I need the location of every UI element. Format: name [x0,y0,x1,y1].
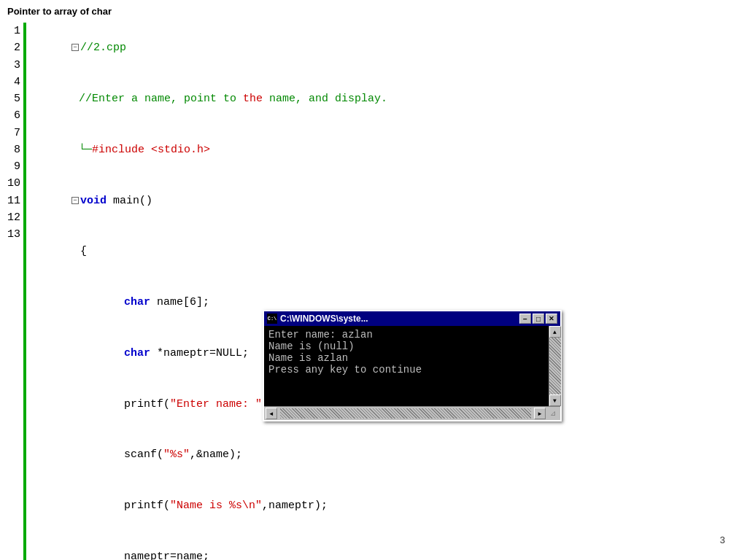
scroll-down-button[interactable]: ▼ [549,394,561,406]
line-num-8: 8 [7,141,22,158]
line-num-4: 4 [7,74,22,90]
page-title: Pointer to array of char [0,0,747,20]
line-num-2: 2 [7,39,22,56]
line-num-12: 12 [7,209,22,226]
collapse-icon-4[interactable]: − [71,197,79,204]
line-num-5: 5 [7,90,22,107]
cmd-maximize-button[interactable]: □ [533,314,544,324]
scroll-track-horizontal[interactable] [280,408,531,419]
cmd-icon-label: C:\ [268,316,277,322]
line-num-13: 13 [7,226,22,243]
cmd-output-line-2: Name is (null) [268,341,544,352]
resize-grip: ⊿ [547,408,559,419]
line-num-9: 9 [7,158,22,175]
scroll-up-button[interactable]: ▲ [549,326,561,338]
scroll-right-button[interactable]: ► [534,408,546,419]
code-line-11: nameptr=name; [32,532,387,561]
cmd-output: Enter name: azlan Name is (null) Name is… [264,326,549,406]
scroll-track-vertical[interactable] [549,338,561,394]
code-line-9: scanf("%s",&name); [32,429,387,481]
code-line-4: −void main() [32,175,387,226]
code-line-3: └─#include <stdio.h> [32,125,387,176]
code-line-2: //Enter a name, point to the name, and d… [32,74,387,125]
code-line-1: −//2.cpp [32,23,387,74]
scroll-left-button[interactable]: ◄ [266,408,277,419]
line-num-11: 11 [7,192,22,209]
line-num-10: 10 [7,175,22,192]
cmd-close-button[interactable]: ✕ [546,314,557,324]
cmd-output-line-3: Name is azlan [268,352,544,364]
cmd-titlebar: C:\ C:\WINDOWS\syste... − □ ✕ [264,311,560,326]
code-lines: −//2.cpp //Enter a name, point to the na… [25,23,387,560]
cmd-minimize-button[interactable]: − [519,314,531,324]
cmd-titlebar-left: C:\ C:\WINDOWS\syste... [267,314,368,324]
line-num-1: 1 [7,23,22,39]
cmd-vertical-scrollbar: ▲ ▼ [549,326,560,406]
line-num-3: 3 [7,57,22,74]
collapse-icon-1[interactable]: − [71,44,79,51]
cmd-output-line-4: Press any key to continue [268,364,544,376]
cmd-window: C:\ C:\WINDOWS\syste... − □ ✕ Enter name… [263,310,562,421]
cmd-output-line-1: Enter name: azlan [268,329,544,341]
cmd-app-icon: C:\ [267,314,277,324]
cmd-title-text: C:\WINDOWS\syste... [280,314,368,324]
code-line-10: printf("Name is %s\n",nameptr); [32,481,387,532]
cmd-window-buttons: − □ ✕ [519,314,557,324]
cmd-statusbar: ◄ ► ⊿ [264,406,560,420]
line-numbers: 1 2 3 4 5 6 7 8 9 10 11 12 13 [7,23,25,560]
page-number: 3 [720,534,725,545]
code-line-5: { [32,226,387,277]
cmd-content-area: Enter name: azlan Name is (null) Name is… [264,326,560,406]
line-num-7: 7 [7,125,22,141]
code-area: 1 2 3 4 5 6 7 8 9 10 11 12 13 −//2.cpp /… [7,20,747,560]
line-num-6: 6 [7,107,22,124]
